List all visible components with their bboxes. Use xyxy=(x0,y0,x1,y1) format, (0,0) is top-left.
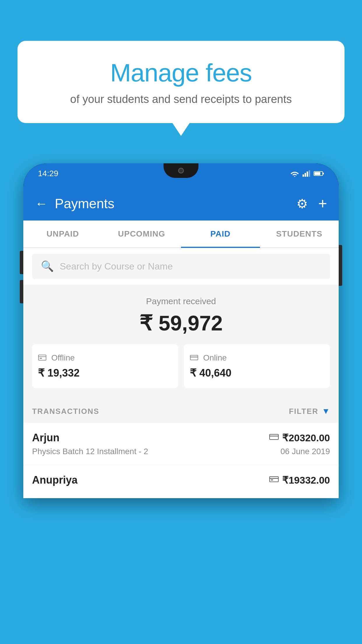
tab-students[interactable]: STUDENTS xyxy=(260,220,339,247)
payment-total: ₹ 59,972 xyxy=(32,311,330,335)
transaction-name-2: Anupriya xyxy=(32,474,78,486)
transaction-name: Arjun xyxy=(32,432,59,444)
camera xyxy=(178,168,184,174)
speech-bubble-section: Manage fees of your students and send re… xyxy=(17,41,345,123)
transactions-label: TRANSACTIONS xyxy=(32,407,99,416)
svg-rect-5 xyxy=(323,173,324,174)
app-header: ← Payments ⚙ + xyxy=(23,187,339,220)
side-buttons-left xyxy=(20,251,23,303)
transaction-amount-row-2: ₹19332.00 xyxy=(269,474,330,486)
svg-rect-1 xyxy=(305,173,306,177)
status-notch-area: 14:29 xyxy=(23,163,339,187)
header-left: ← Payments xyxy=(35,196,115,211)
search-bar[interactable]: 🔍 Search by Course or Name xyxy=(32,254,330,279)
svg-rect-14 xyxy=(270,477,278,482)
transaction-date: 06 June 2019 xyxy=(280,447,330,456)
transaction-row[interactable]: Anupriya ₹19332.00 xyxy=(23,465,339,498)
bubble-title: Manage fees xyxy=(41,58,321,87)
payment-cards: Offline ₹ 19,332 xyxy=(32,344,330,388)
notch xyxy=(164,163,198,178)
transactions-header: TRANSACTIONS FILTER ▼ xyxy=(23,400,339,423)
svg-rect-12 xyxy=(270,434,278,440)
svg-rect-16 xyxy=(271,480,273,480)
tabs-container: UNPAID UPCOMING PAID STUDENTS xyxy=(23,220,339,248)
online-card: Online ₹ 40,640 xyxy=(184,344,330,388)
svg-rect-10 xyxy=(190,355,198,360)
offline-card: Offline ₹ 19,332 xyxy=(32,344,178,388)
offline-card-header: Offline xyxy=(38,353,172,363)
battery-icon xyxy=(314,171,324,176)
svg-rect-7 xyxy=(38,355,46,360)
search-placeholder: Search by Course or Name xyxy=(60,261,173,272)
transaction-amount-row: ₹20320.00 xyxy=(269,432,330,444)
offline-icon xyxy=(38,353,47,363)
tab-upcoming[interactable]: UPCOMING xyxy=(102,220,181,247)
svg-rect-2 xyxy=(307,172,308,177)
bubble-subtitle: of your students and send receipts to pa… xyxy=(41,93,321,106)
search-container: 🔍 Search by Course or Name xyxy=(23,248,339,285)
svg-rect-0 xyxy=(303,174,304,177)
card-payment-icon xyxy=(269,433,279,442)
search-icon: 🔍 xyxy=(41,260,54,272)
back-button[interactable]: ← xyxy=(35,196,48,211)
transaction-top-2: Anupriya ₹19332.00 xyxy=(32,474,330,486)
status-icons xyxy=(290,170,324,177)
payment-label: Payment received xyxy=(32,296,330,306)
tab-unpaid[interactable]: UNPAID xyxy=(23,220,102,247)
svg-rect-9 xyxy=(40,358,42,359)
offline-label: Offline xyxy=(51,353,75,363)
svg-rect-6 xyxy=(314,172,320,175)
filter-icon: ▼ xyxy=(322,407,330,416)
filter-label: FILTER xyxy=(289,407,318,416)
transaction-bottom: Physics Batch 12 Installment - 2 06 June… xyxy=(32,447,330,456)
filter-section[interactable]: FILTER ▼ xyxy=(289,407,330,416)
power-button[interactable] xyxy=(339,245,342,286)
volume-down-button[interactable] xyxy=(20,280,23,303)
speech-bubble: Manage fees of your students and send re… xyxy=(17,41,345,123)
transaction-amount: ₹20320.00 xyxy=(282,432,330,444)
online-card-header: Online xyxy=(190,353,324,363)
phone-frame: 14:29 xyxy=(23,163,339,498)
volume-up-button[interactable] xyxy=(20,251,23,274)
wifi-icon xyxy=(290,170,299,177)
transaction-top: Arjun ₹20320.00 xyxy=(32,432,330,444)
header-title: Payments xyxy=(55,196,115,211)
signal-icon xyxy=(303,170,310,177)
header-right: ⚙ + xyxy=(296,195,327,212)
svg-rect-3 xyxy=(309,170,310,177)
offline-amount: ₹ 19,332 xyxy=(38,367,172,379)
offline-payment-icon xyxy=(269,475,279,485)
phone-screen: ← Payments ⚙ + UNPAID UPCOMING PAID STUD… xyxy=(23,187,339,498)
payment-summary: Payment received ₹ 59,972 xyxy=(23,285,339,400)
online-amount: ₹ 40,640 xyxy=(190,367,324,379)
transaction-row[interactable]: Arjun ₹20320.00 Physics Batch 12 Install… xyxy=(23,423,339,465)
transaction-amount-2: ₹19332.00 xyxy=(282,474,330,486)
online-icon xyxy=(190,353,198,363)
tab-paid[interactable]: PAID xyxy=(181,220,260,247)
side-buttons-right xyxy=(339,245,342,286)
status-time: 14:29 xyxy=(38,169,58,178)
add-button[interactable]: + xyxy=(318,195,327,212)
online-label: Online xyxy=(203,353,227,363)
settings-button[interactable]: ⚙ xyxy=(296,196,308,211)
phone-container: 14:29 xyxy=(23,163,339,644)
transaction-course: Physics Batch 12 Installment - 2 xyxy=(32,447,148,456)
